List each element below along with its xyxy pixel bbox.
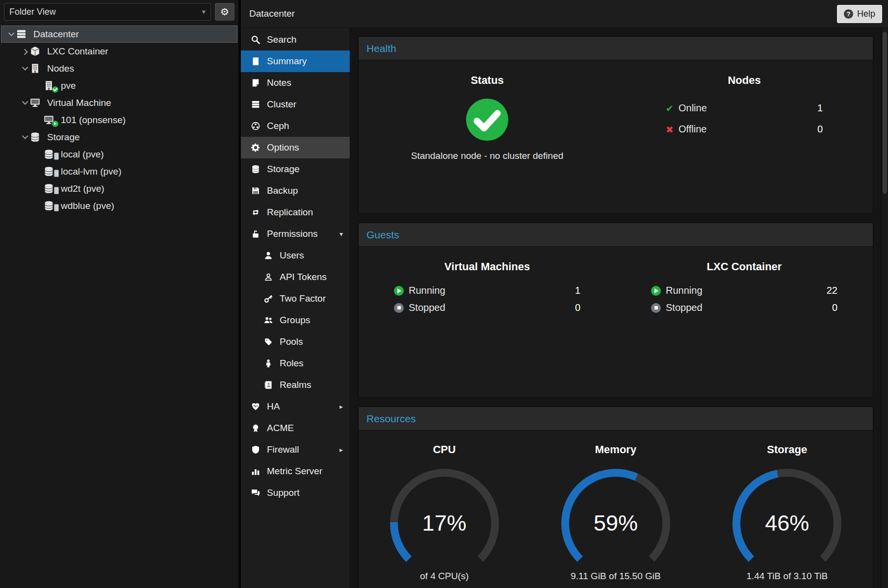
expander-down-icon[interactable] <box>19 101 30 105</box>
server-icon <box>16 29 29 40</box>
menu-item-label: API Tokens <box>280 272 327 282</box>
expander-down-icon[interactable] <box>5 32 16 36</box>
tree-item-label: Virtual Machine <box>47 98 111 108</box>
tree-item-wd2t-pve[interactable]: wd2t (pve) <box>1 180 237 197</box>
menu-item-cluster[interactable]: Cluster <box>241 94 350 115</box>
menu-item-label: Options <box>267 142 299 153</box>
tree-item-local-lvm-pve[interactable]: local-lvm (pve) <box>1 163 237 180</box>
menu-item-label: Two Factor <box>280 293 326 304</box>
main-content: Health Status Standalone node - no clust… <box>350 28 881 588</box>
database-icon <box>44 183 56 194</box>
tag-icon <box>262 337 274 346</box>
cross-icon: ✖ <box>666 124 679 135</box>
gauge-percent: 46% <box>732 469 841 578</box>
menu-item-firewall[interactable]: Firewall▸ <box>241 439 350 460</box>
gauge-title: CPU <box>390 443 499 456</box>
menu-item-realms[interactable]: Realms <box>241 374 350 396</box>
database-icon <box>250 165 261 174</box>
resource-gauges: CPU17%of 4 CPU(s)Memory59%9.11 GiB of 15… <box>359 431 873 588</box>
tree-item-datacenter[interactable]: Datacenter <box>1 26 237 43</box>
node-status-rows: ✔Online1✖Offline0 <box>666 98 823 140</box>
health-panel-title: Health <box>366 43 396 54</box>
desktop-icon <box>30 98 43 108</box>
right-region: Datacenter ? Help SearchSummaryNotesClus… <box>241 0 888 588</box>
gauge-percent: 59% <box>561 469 670 578</box>
menu-item-acme[interactable]: ACME <box>241 417 350 439</box>
tree-item-lxc-container[interactable]: LXC Container <box>1 43 237 60</box>
stop-circle-icon <box>394 303 404 313</box>
guests-columns: Virtual MachinesRunning1Stopped0LXC Cont… <box>359 247 873 397</box>
expander-down-icon[interactable] <box>19 66 30 71</box>
tree-item-virtual-machine[interactable]: Virtual Machine <box>1 94 237 111</box>
tree-item-nodes[interactable]: Nodes <box>1 60 237 77</box>
menu-item-backup[interactable]: Backup <box>241 180 350 202</box>
drive-badge <box>54 153 59 160</box>
node-row-offline: ✖Offline0 <box>666 119 823 140</box>
gear-icon <box>250 143 261 152</box>
menu-item-ceph[interactable]: Ceph <box>241 115 350 137</box>
scrollbar-thumb[interactable] <box>883 32 887 194</box>
tree-item-label: Storage <box>47 132 80 143</box>
tree-item-label: local (pve) <box>61 149 104 160</box>
check-circle-icon <box>466 99 508 141</box>
view-selector[interactable]: Folder View ▾ <box>4 3 211 21</box>
cluster-status-column: Status Standalone node - no cluster defi… <box>359 60 616 213</box>
menu-item-options[interactable]: Options <box>241 137 350 158</box>
menu-item-label: Metric Server <box>267 466 322 477</box>
guests-panel: Guests Virtual MachinesRunning1Stopped0L… <box>358 223 873 398</box>
menu-item-label: Groups <box>280 315 310 326</box>
nodes-status-column: Nodes ✔Online1✖Offline0 <box>616 60 873 213</box>
menu-item-roles[interactable]: Roles <box>241 353 350 374</box>
guest-rows: Running1Stopped0 <box>394 282 580 316</box>
gauge-arc: 59% <box>561 469 670 578</box>
tree-item-label: LXC Container <box>47 46 108 57</box>
tree-item-101-opnsense[interactable]: 101 (opnsense) <box>1 111 237 128</box>
tree-item-wdblue-pve[interactable]: wdblue (pve) <box>1 197 237 214</box>
tree-item-storage[interactable]: Storage <box>1 128 237 146</box>
menu-item-label: Notes <box>267 77 291 88</box>
help-button[interactable]: ? Help <box>837 5 882 23</box>
users-icon <box>262 316 274 325</box>
menu-item-two-factor[interactable]: Two Factor <box>241 288 350 309</box>
nodes-heading: Nodes <box>616 74 873 87</box>
menu-item-summary[interactable]: Summary <box>241 51 350 72</box>
database-icon <box>44 201 56 211</box>
menu-item-api-tokens[interactable]: API Tokens <box>241 266 350 288</box>
menu-item-label: Permissions <box>267 229 317 239</box>
help-button-label: Help <box>857 9 875 19</box>
menu-item-label: Roles <box>280 358 304 369</box>
expander-down-icon[interactable] <box>19 135 30 139</box>
unlock-icon <box>250 230 261 238</box>
menu-item-storage[interactable]: Storage <box>241 158 350 180</box>
view-selector-value: Folder View <box>9 7 56 17</box>
shield-icon <box>250 445 261 454</box>
menu-item-support[interactable]: Support <box>241 482 350 504</box>
menu-item-replication[interactable]: Replication <box>241 202 350 223</box>
tree-item-label: pve <box>61 80 76 91</box>
guest-row-virtual-machines-running: Running1 <box>394 282 580 299</box>
vertical-scrollbar[interactable] <box>881 28 888 588</box>
status-message: Standalone node - no cluster defined <box>359 151 616 161</box>
database-icon <box>44 149 56 160</box>
tree-item-local-pve[interactable]: local (pve) <box>1 146 237 163</box>
menu-item-search[interactable]: Search <box>241 29 350 51</box>
guest-column-virtual-machines: Virtual MachinesRunning1Stopped0 <box>359 247 616 316</box>
tree-settings-button[interactable]: ⚙ <box>215 3 235 21</box>
menu-item-ha[interactable]: HA▸ <box>241 396 350 417</box>
resources-panel-title: Resources <box>366 413 416 425</box>
play-circle-icon <box>651 286 661 296</box>
menu-item-label: Pools <box>280 336 303 347</box>
play-circle-icon <box>394 286 404 296</box>
menu-item-label: Cluster <box>267 99 296 110</box>
menu-item-metric-server[interactable]: Metric Server <box>241 460 350 482</box>
menu-item-permissions[interactable]: Permissions▾ <box>241 223 350 245</box>
expander-right-icon[interactable] <box>19 49 30 53</box>
resource-tree: DatacenterLXC ContainerNodespveVirtual M… <box>0 24 238 214</box>
menu-item-groups[interactable]: Groups <box>241 309 350 331</box>
tree-item-pve[interactable]: pve <box>1 77 237 94</box>
node-row-online: ✔Online1 <box>666 98 823 119</box>
menu-item-label: Realms <box>280 380 311 390</box>
menu-item-users[interactable]: Users <box>241 245 350 266</box>
menu-item-notes[interactable]: Notes <box>241 72 350 94</box>
menu-item-pools[interactable]: Pools <box>241 331 350 353</box>
